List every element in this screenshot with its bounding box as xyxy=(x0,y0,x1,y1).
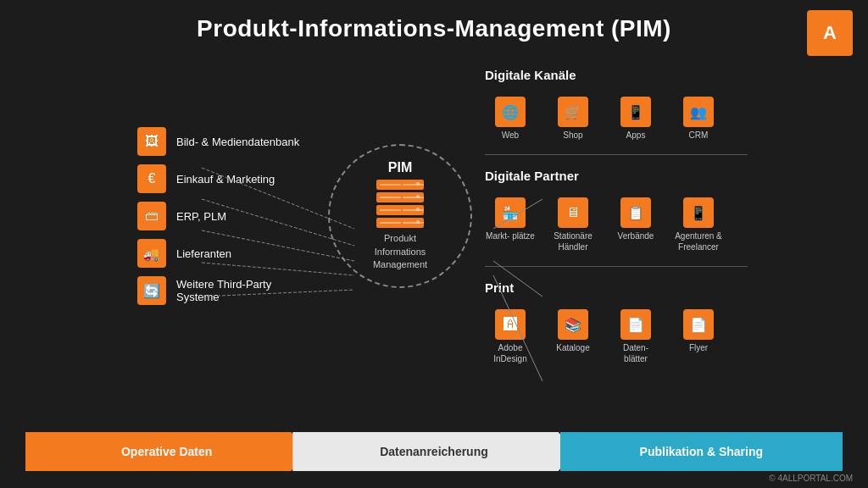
right-icon-flyer: 📄 xyxy=(683,309,714,340)
server-unit-1 xyxy=(376,180,424,190)
right-icon-item-marktplaetze: 🏪 Markt- plätze xyxy=(485,197,536,241)
logo: A xyxy=(807,10,853,56)
left-icon-lieferanten: 🚚 xyxy=(137,239,166,268)
copyright: © 4ALLPORTAL.COM xyxy=(769,474,853,483)
left-label-marketing: Einkauf & Marketing xyxy=(176,173,275,186)
right-icon-haendler: 🖥 xyxy=(558,197,588,228)
server-unit-4 xyxy=(376,218,424,228)
left-item-marketing: € Einkauf & Marketing xyxy=(137,164,315,193)
left-item-thirdparty: 🔄 Weitere Third-Party Systeme xyxy=(137,276,315,305)
divider-0 xyxy=(485,154,748,155)
right-panel: Digitale Kanäle 🌐 Web 🛒 Shop 📱 Apps 👥 CR… xyxy=(485,68,756,364)
left-label-erp: ERP, PLM xyxy=(176,210,226,223)
right-icon-item-haendler: 🖥 Stationäre Händler xyxy=(548,197,598,252)
page-title: Produkt-Informations-Management (PIM) xyxy=(0,0,868,51)
right-icon-label-marktplaetze: Markt- plätze xyxy=(486,230,535,241)
right-title-digitale-kanaele: Digitale Kanäle xyxy=(485,68,748,82)
left-icon-erp: 🗃 xyxy=(137,202,166,230)
right-icon-label-kataloge: Kataloge xyxy=(556,342,589,353)
right-icon-item-shop: 🛒 Shop xyxy=(548,97,598,141)
right-icon-agenturen: 📱 xyxy=(683,197,714,228)
right-icon-verbaende: 📋 xyxy=(620,197,651,228)
left-item-lieferanten: 🚚 Lieferanten xyxy=(137,239,315,268)
right-icon-apps: 📱 xyxy=(620,97,651,127)
bar-publikation: Publikation & Sharing xyxy=(560,432,843,471)
left-panel: 🖼 Bild- & Mediendatenbank € Einkauf & Ma… xyxy=(112,127,315,305)
server-unit-3 xyxy=(376,205,424,215)
right-row-digitale-partner: 🏪 Markt- plätze 🖥 Stationäre Händler 📋 V… xyxy=(485,197,748,252)
background: Produkt-Informations-Management (PIM) A … xyxy=(0,0,868,488)
right-icon-label-datenblaetter: Daten- blätter xyxy=(610,342,661,364)
bar-operative: Operative Daten xyxy=(25,432,308,471)
right-icon-label-shop: Shop xyxy=(563,130,582,141)
right-icon-label-crm: CRM xyxy=(689,130,709,141)
pim-circle: PIM Produkt I xyxy=(328,144,472,288)
pim-sublabel: Produkt Informations Management xyxy=(373,232,427,271)
right-icon-shop: 🛒 xyxy=(558,97,588,127)
diagram: 🖼 Bild- & Mediendatenbank € Einkauf & Ma… xyxy=(0,51,868,381)
right-title-digitale-partner: Digitale Partner xyxy=(485,169,748,183)
right-icon-item-apps: 📱 Apps xyxy=(610,97,661,141)
left-icon-thirdparty: 🔄 xyxy=(137,276,166,305)
server-unit-2 xyxy=(376,192,424,202)
right-icon-item-flyer: 📄 Flyer xyxy=(673,309,724,353)
left-label-thirdparty: Weitere Third-Party Systeme xyxy=(176,278,315,303)
right-icon-item-datenblaetter: 📄 Daten- blätter xyxy=(610,309,661,364)
bottom-bar: Operative Daten Datenanreicherung Publik… xyxy=(25,432,843,471)
server-icon xyxy=(376,180,424,228)
right-icon-item-adobe: 🅰 Adobe InDesign xyxy=(485,309,536,364)
right-icon-marktplaetze: 🏪 xyxy=(495,197,526,228)
right-icon-item-agenturen: 📱 Agenturen & Freelancer xyxy=(673,197,724,252)
right-icon-adobe: 🅰 xyxy=(495,309,526,340)
right-icon-kataloge: 📚 xyxy=(558,309,588,340)
left-item-media: 🖼 Bild- & Mediendatenbank xyxy=(137,127,315,156)
right-row-digitale-kanaele: 🌐 Web 🛒 Shop 📱 Apps 👥 CRM xyxy=(485,97,748,141)
left-label-media: Bild- & Mediendatenbank xyxy=(176,136,299,148)
right-icon-web: 🌐 xyxy=(495,97,526,127)
right-icon-label-apps: Apps xyxy=(626,130,646,141)
right-icon-label-web: Web xyxy=(502,130,519,141)
bar-anreicherung: Datenanreicherung xyxy=(292,432,575,471)
right-icon-label-flyer: Flyer xyxy=(689,342,708,353)
left-label-lieferanten: Lieferanten xyxy=(176,247,231,260)
right-icon-datenblaetter: 📄 xyxy=(620,309,651,340)
left-icon-marketing: € xyxy=(137,164,166,193)
right-title-print: Print xyxy=(485,280,748,295)
right-icon-item-crm: 👥 CRM xyxy=(673,97,724,141)
right-icon-label-haendler: Stationäre Händler xyxy=(548,230,598,252)
right-icon-label-verbaende: Verbände xyxy=(618,230,654,241)
divider-1 xyxy=(485,266,748,267)
right-icon-item-verbaende: 📋 Verbände xyxy=(610,197,661,241)
right-icon-label-adobe: Adobe InDesign xyxy=(485,342,536,364)
left-item-erp: 🗃 ERP, PLM xyxy=(137,202,315,230)
right-icon-crm: 👥 xyxy=(683,97,714,127)
right-icon-label-agenturen: Agenturen & Freelancer xyxy=(673,230,724,252)
logo-text: A xyxy=(823,22,837,44)
right-icon-item-kataloge: 📚 Kataloge xyxy=(548,309,598,353)
left-icon-media: 🖼 xyxy=(137,127,166,156)
right-icon-item-web: 🌐 Web xyxy=(485,97,536,141)
pim-label: PIM xyxy=(388,160,412,175)
center-pim: PIM Produkt I xyxy=(315,144,485,288)
right-row-print: 🅰 Adobe InDesign 📚 Kataloge 📄 Daten- blä… xyxy=(485,309,748,364)
